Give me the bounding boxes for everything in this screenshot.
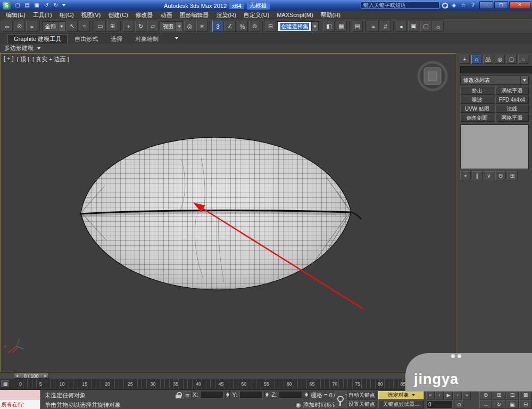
use-pivot-center-icon[interactable]: ◎ xyxy=(184,21,195,32)
percent-snap-icon[interactable]: % xyxy=(237,21,248,32)
orbit-icon[interactable]: ↻ xyxy=(493,400,505,409)
go-to-end-icon[interactable]: » xyxy=(462,391,471,399)
zoom-icon[interactable]: ⊕ xyxy=(479,390,492,399)
unlink-selection-icon[interactable]: ⊘ xyxy=(14,21,25,32)
maxscript-mini-listener[interactable]: 所有在行: xyxy=(0,399,40,409)
chevron-down-icon[interactable] xyxy=(520,76,528,84)
dolly-icon[interactable]: ⊟ xyxy=(519,400,532,409)
view-cube[interactable] xyxy=(419,62,446,90)
previous-frame-icon[interactable]: ◄ xyxy=(14,374,20,378)
chevron-down-icon[interactable] xyxy=(176,22,182,31)
time-slider-handle[interactable]: ◄ 0 / 100 ► xyxy=(14,373,49,379)
modifier-list-dropdown[interactable]: 修改器列表 xyxy=(460,76,529,85)
panel-expand-icon[interactable] xyxy=(37,47,40,49)
previous-frame-icon[interactable]: ‹ xyxy=(435,391,444,399)
align-icon[interactable]: ▦ xyxy=(336,21,347,32)
hierarchy-tab-icon[interactable]: 品 xyxy=(483,55,493,64)
ribbon-panel-polygon-modeling[interactable]: 多边形建模 xyxy=(4,44,34,52)
chevron-down-icon[interactable] xyxy=(58,22,65,31)
new-file-icon[interactable]: ▢ xyxy=(13,2,22,9)
select-and-rotate-icon[interactable]: ↻ xyxy=(135,21,146,32)
zoom-region-icon[interactable]: ⊠ xyxy=(519,390,532,399)
ribbon-tab-graphite-modeling[interactable]: Graphite 建模工具 xyxy=(7,34,68,44)
infocenter-search-input[interactable] xyxy=(361,1,439,9)
menu-customize[interactable]: 自定义(U) xyxy=(240,11,273,19)
material-editor-icon[interactable]: ● xyxy=(396,21,407,32)
auto-key-button[interactable]: 自动关键点 xyxy=(346,391,377,399)
time-slider-track[interactable]: ◄ 0 / 100 ► xyxy=(0,372,456,379)
selection-lock-icon[interactable] xyxy=(176,392,182,398)
next-frame-icon[interactable]: › xyxy=(453,391,462,399)
bind-to-spacewarp-icon[interactable]: ≈ xyxy=(26,21,37,32)
key-mode-toggle-icon[interactable]: ⊙ xyxy=(455,400,463,409)
selected-objects-dropdown[interactable]: 选定对象 xyxy=(378,391,424,399)
menu-rendering[interactable]: 渲染(R) xyxy=(213,11,240,19)
ribbon-tab-selection[interactable]: 选择 xyxy=(105,35,128,44)
menu-modifiers[interactable]: 修改器 xyxy=(132,11,157,19)
mirror-icon[interactable]: ◧ xyxy=(323,21,335,32)
extrude-modifier-button[interactable]: 挤出 xyxy=(460,87,494,95)
absolute-offset-toggle-icon[interactable]: ⊞ xyxy=(183,391,192,399)
viewport-top[interactable]: [ + ] [ 顶 ] [ 真实 + 边面 ] xyxy=(0,53,456,372)
schematic-view-icon[interactable]: # xyxy=(380,21,391,32)
next-frame-icon[interactable]: ► xyxy=(43,374,48,378)
viewport-pov-menu[interactable]: [ 顶 ] xyxy=(17,55,29,63)
track-bar[interactable]: ▦ 0 5 10 15 20 25 30 35 40 45 50 55 60 6… xyxy=(0,379,456,389)
viewport-shading-menu[interactable]: [ 真实 + 边面 ] xyxy=(32,55,69,63)
remove-modifier-icon[interactable]: ⊖ xyxy=(495,171,506,180)
menu-maxscript[interactable]: MAXScript(M) xyxy=(273,11,317,19)
maximize-viewport-toggle-icon[interactable]: ▣ xyxy=(506,400,519,409)
menu-create[interactable]: 创建(C) xyxy=(104,11,131,19)
normal-modifier-button[interactable]: 法线 xyxy=(495,105,529,113)
qat-dropdown-icon[interactable] xyxy=(62,4,65,6)
menu-edit[interactable]: 编辑(E) xyxy=(2,11,29,19)
noise-modifier-button[interactable]: 噪波 xyxy=(460,96,494,104)
select-and-manipulate-icon[interactable]: ∗ xyxy=(196,21,207,32)
set-key-button[interactable]: 设置关键点 xyxy=(346,400,377,408)
spinner-snap-icon[interactable]: ⊚ xyxy=(249,21,260,32)
menu-group[interactable]: 组(G) xyxy=(56,11,78,19)
play-animation-icon[interactable]: ▶ xyxy=(444,391,453,399)
pillow-wireframe-object[interactable] xyxy=(75,133,368,298)
meshsmooth-modifier-button[interactable]: 网格平滑 xyxy=(495,114,529,122)
motion-tab-icon[interactable]: ◎ xyxy=(495,55,505,64)
max-logo-icon[interactable]: S xyxy=(3,2,11,10)
search-icon[interactable] xyxy=(442,2,448,9)
x-spinner[interactable] xyxy=(225,391,230,398)
rendered-frame-window-icon[interactable]: ▢ xyxy=(420,21,431,32)
angle-snap-icon[interactable]: ∠ xyxy=(225,21,236,32)
minimize-button[interactable]: – xyxy=(479,1,493,9)
curve-editor-icon[interactable]: ≈ xyxy=(368,21,379,32)
make-unique-icon[interactable]: ∨ xyxy=(484,171,494,180)
undo-icon[interactable]: ↺ xyxy=(42,2,51,9)
go-to-start-icon[interactable]: « xyxy=(426,391,435,399)
menu-views[interactable]: 视图(V) xyxy=(78,11,105,19)
menu-tools[interactable]: 工具(T) xyxy=(29,11,56,19)
pan-view-icon[interactable]: ↔ xyxy=(479,400,492,409)
select-and-move-icon[interactable]: + xyxy=(123,21,134,32)
zoom-all-icon[interactable]: ⊞ xyxy=(493,390,505,399)
save-file-icon[interactable]: ▣ xyxy=(32,2,41,9)
snaps-toggle-3d-icon[interactable]: 3 xyxy=(212,21,223,32)
window-crossing-icon[interactable]: ⊞ xyxy=(107,21,118,32)
render-production-icon[interactable]: ☼ xyxy=(433,21,444,32)
named-selection-sets-dropdown[interactable]: 创建选择集 xyxy=(277,21,319,31)
display-tab-icon[interactable]: ▢ xyxy=(506,55,517,64)
viewport-general-menu[interactable]: [ + ] xyxy=(4,55,14,63)
z-spinner[interactable] xyxy=(304,391,309,398)
layer-manager-icon[interactable]: ▤ xyxy=(352,21,363,32)
favorites-icon[interactable]: ☆ xyxy=(460,2,467,8)
zoom-extents-icon[interactable]: ⊡ xyxy=(506,390,519,399)
ribbon-tab-object-paint[interactable]: 对象绘制 xyxy=(129,35,164,44)
maximize-button[interactable]: □ xyxy=(494,1,508,9)
configure-modifier-sets-icon[interactable]: ⊞ xyxy=(507,171,518,180)
select-object-icon[interactable]: ↖ xyxy=(66,21,78,32)
close-button[interactable]: × xyxy=(509,1,530,9)
chevron-down-icon[interactable] xyxy=(311,22,318,31)
bevel-profile-modifier-button[interactable]: 倒角剖面 xyxy=(460,114,494,122)
ribbon-tab-freeform[interactable]: 自由形式 xyxy=(69,35,104,44)
selection-filter-dropdown[interactable]: 全部 xyxy=(42,21,65,31)
modify-tab-icon[interactable]: ∩ xyxy=(471,55,481,64)
current-frame-input[interactable] xyxy=(426,400,453,408)
edit-named-selection-sets-icon[interactable]: ⊟ xyxy=(265,21,276,32)
